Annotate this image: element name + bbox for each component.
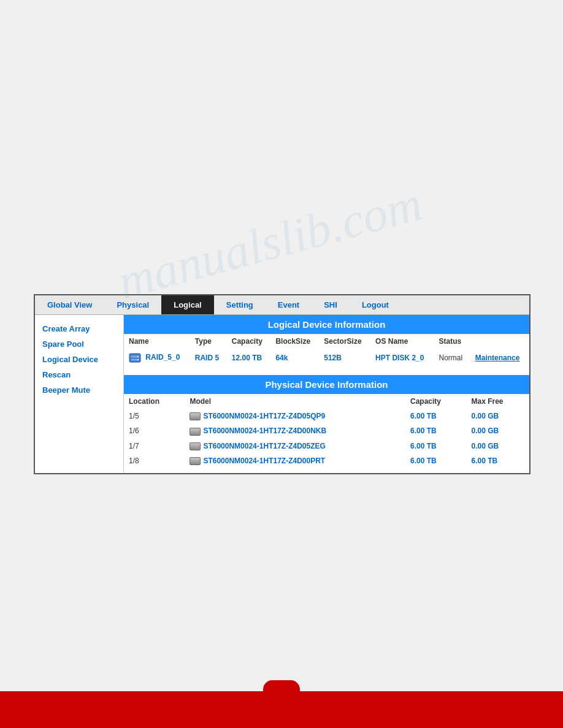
nav-global-view[interactable]: Global View [35, 295, 104, 314]
col-type: Type [190, 334, 227, 349]
phys-col-capacity: Capacity [405, 394, 466, 409]
physical-table-row: 1/7 ST6000NM0024-1HT17Z-Z4D05ZEG 6.00 TB… [124, 439, 529, 453]
phys-maxfree-1: 0.00 GB [466, 423, 529, 438]
table-row: RAID_5_0 RAID 5 12.00 TB 64k 512B HPT DI… [124, 349, 529, 367]
hdd-icon-0 [190, 412, 201, 420]
logical-section-header: Logical Device Information [124, 315, 529, 334]
phys-model-1[interactable]: ST6000NM0024-1HT17Z-Z4D00NKB [185, 423, 405, 438]
phys-capacity-1: 6.00 TB [405, 423, 466, 438]
phys-location-1: 1/6 [124, 423, 185, 438]
logical-action[interactable]: Maintenance [470, 349, 529, 367]
logical-name: RAID_5_0 [124, 349, 190, 367]
svg-point-4 [137, 359, 139, 360]
hdd-icon-2 [190, 442, 201, 450]
phys-location-2: 1/7 [124, 439, 185, 453]
col-osname: OS Name [370, 334, 434, 349]
nav-event[interactable]: Event [266, 295, 312, 314]
col-action [470, 334, 529, 349]
logical-sectorsize: 512B [319, 349, 370, 367]
physical-table-row: 1/8 ST6000NM0024-1HT17Z-Z4D00PRT 6.00 TB… [124, 453, 529, 468]
sidebar: Create Array Spare Pool Logical Device R… [35, 315, 124, 473]
phys-capacity-0: 6.00 TB [405, 409, 466, 423]
physical-device-table: Location Model Capacity Max Free 1/5 ST6… [124, 394, 529, 468]
logical-osname: HPT DISK 2_0 [370, 349, 434, 367]
bottom-tab [263, 680, 300, 699]
phys-location-0: 1/5 [124, 409, 185, 423]
sidebar-create-array[interactable]: Create Array [35, 321, 123, 336]
phys-maxfree-2: 0.00 GB [466, 439, 529, 453]
phys-col-empty1 [320, 394, 363, 409]
physical-table-row: 1/6 ST6000NM0024-1HT17Z-Z4D00NKB 6.00 TB… [124, 423, 529, 438]
phys-capacity-3: 6.00 TB [405, 453, 466, 468]
logical-name-text: RAID_5_0 [145, 353, 180, 362]
sidebar-rescan[interactable]: Rescan [35, 367, 123, 382]
phys-col-maxfree: Max Free [466, 394, 529, 409]
phys-col-model: Model [185, 394, 320, 409]
col-sectorsize: SectorSize [319, 334, 370, 349]
nav-physical[interactable]: Physical [104, 295, 161, 314]
col-capacity: Capacity [227, 334, 271, 349]
logical-status: Normal [434, 349, 470, 367]
phys-col-empty2 [362, 394, 405, 409]
navbar: Global View Physical Logical Setting Eve… [35, 295, 529, 315]
hdd-icon-3 [190, 457, 201, 465]
phys-maxfree-0: 0.00 GB [466, 409, 529, 423]
phys-maxfree-3: 6.00 TB [466, 453, 529, 468]
col-blocksize: BlockSize [270, 334, 319, 349]
nav-logout[interactable]: Logout [350, 295, 401, 314]
phys-model-2[interactable]: ST6000NM0024-1HT17Z-Z4D05ZEG [185, 439, 405, 453]
nav-setting[interactable]: Setting [214, 295, 266, 314]
logical-device-table: Name Type Capacity BlockSize SectorSize … [124, 334, 529, 367]
content-area: Create Array Spare Pool Logical Device R… [35, 315, 529, 473]
logical-capacity: 12.00 TB [227, 349, 271, 367]
sidebar-spare-pool[interactable]: Spare Pool [35, 336, 123, 352]
nav-shi[interactable]: SHI [312, 295, 350, 314]
main-content: Logical Device Information Name Type Cap… [124, 315, 529, 473]
phys-capacity-2: 6.00 TB [405, 439, 466, 453]
nav-logical[interactable]: Logical [161, 295, 214, 314]
sidebar-beeper-mute[interactable]: Beeper Mute [35, 382, 123, 398]
hdd-icon-1 [190, 428, 201, 436]
phys-col-location: Location [124, 394, 185, 409]
logical-type: RAID 5 [190, 349, 227, 367]
physical-section-header: Physical Device Information [124, 375, 529, 394]
main-container: Global View Physical Logical Setting Eve… [34, 294, 530, 474]
logical-blocksize: 64k [270, 349, 319, 367]
physical-table-row: 1/5 ST6000NM0024-1HT17Z-Z4D05QP9 6.00 TB… [124, 409, 529, 423]
phys-location-3: 1/8 [124, 453, 185, 468]
raid-icon [129, 352, 141, 364]
bottom-bar [0, 691, 563, 728]
svg-point-3 [137, 356, 139, 357]
col-name: Name [124, 334, 190, 349]
phys-model-3[interactable]: ST6000NM0024-1HT17Z-Z4D00PRT [185, 453, 405, 468]
phys-model-0[interactable]: ST6000NM0024-1HT17Z-Z4D05QP9 [185, 409, 405, 423]
col-status: Status [434, 334, 470, 349]
sidebar-logical-device[interactable]: Logical Device [35, 352, 123, 367]
